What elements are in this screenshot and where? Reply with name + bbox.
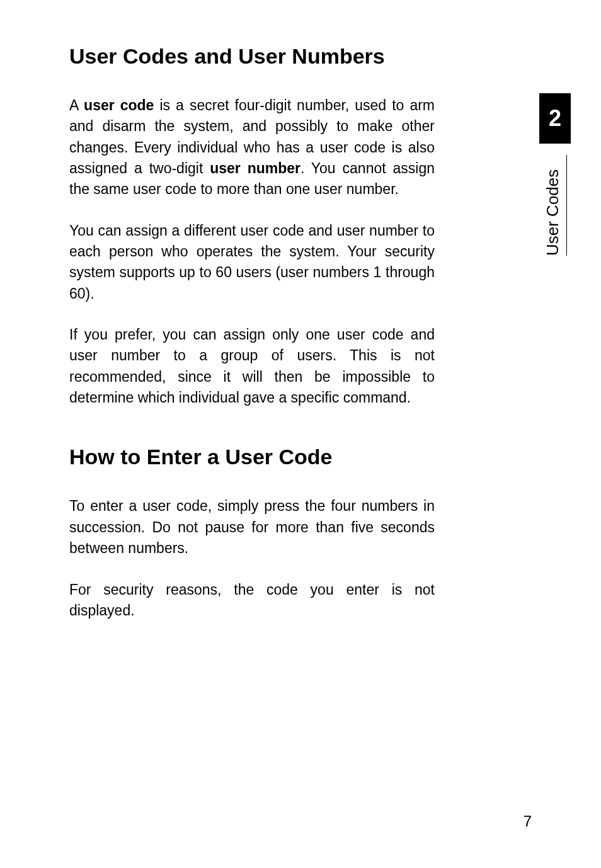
main-content: User Codes and User Numbers A user code … (0, 0, 504, 621)
heading-how-to-enter: How to Enter a User Code (69, 445, 435, 469)
para1-text-a: A (69, 97, 84, 113)
chapter-number-badge: 2 (539, 93, 571, 144)
paragraph-4: To enter a user code, simply press the f… (69, 496, 435, 559)
paragraph-5: For security reasons, the code you enter… (69, 580, 435, 622)
side-tab: 2 User Codes (539, 93, 571, 256)
para1-bold-user-code: user code (84, 97, 154, 113)
heading-user-codes-numbers: User Codes and User Numbers (69, 44, 435, 69)
para1-bold-user-number: user number (210, 160, 300, 176)
paragraph-3: If you prefer, you can assign only one u… (69, 324, 435, 408)
chapter-label: User Codes (543, 155, 567, 256)
paragraph-1: A user code is a secret four-digit numbe… (69, 95, 435, 200)
page-number: 7 (524, 813, 532, 830)
paragraph-2: You can assign a different user code and… (69, 220, 435, 304)
